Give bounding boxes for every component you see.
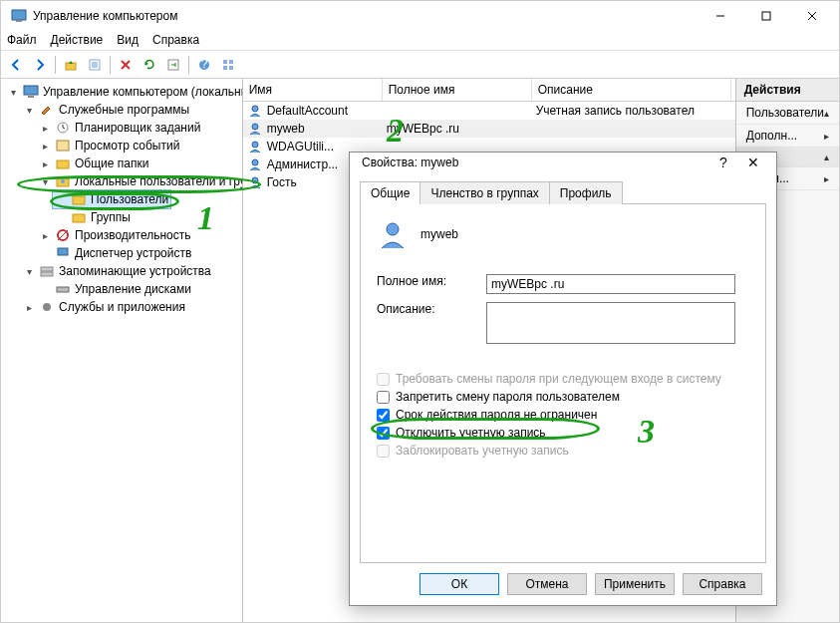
export-button[interactable]: [162, 54, 184, 76]
ok-button[interactable]: ОК: [420, 573, 499, 595]
up-folder-button[interactable]: [60, 54, 82, 76]
arrow-right-icon: ▸: [824, 173, 829, 184]
list-row[interactable]: DefaultAccount Учетная запись пользовате…: [243, 102, 735, 120]
col-fullname[interactable]: Полное имя: [383, 79, 532, 101]
tree-label: Запоминающие устройства: [59, 264, 211, 278]
svg-rect-16: [223, 60, 227, 64]
cell-name: myweb: [267, 122, 305, 136]
help-button[interactable]: Справка: [683, 573, 762, 595]
tab-general[interactable]: Общие: [360, 181, 420, 204]
properties-button[interactable]: [84, 54, 106, 76]
services-icon: [39, 299, 55, 315]
fullname-label: Полное имя:: [377, 274, 486, 288]
svg-text:?: ?: [201, 58, 208, 71]
expand-icon[interactable]: ▸: [39, 141, 51, 152]
toolbar: ?: [1, 51, 839, 79]
cancel-button[interactable]: Отмена: [507, 573, 587, 595]
list-header: Имя Полное имя Описание: [243, 79, 735, 102]
tree-label: Управление дисками: [75, 282, 191, 296]
expand-icon[interactable]: ▾: [7, 87, 19, 98]
tab-profile[interactable]: Профиль: [549, 181, 623, 204]
fullname-row: Полное имя:: [377, 274, 749, 294]
svg-point-38: [252, 142, 258, 148]
action-users[interactable]: Пользователи▴: [736, 102, 839, 125]
delete-button[interactable]: [115, 54, 137, 76]
checkbox-input[interactable]: [377, 409, 390, 422]
description-label: Описание:: [377, 302, 486, 316]
tree-performance[interactable]: ▸Производительность: [37, 226, 192, 244]
description-input[interactable]: [486, 302, 735, 344]
tree-root[interactable]: ▾ Управление компьютером (локальным): [5, 83, 243, 101]
svg-point-37: [252, 124, 258, 130]
tree-label: Общие папки: [75, 156, 148, 170]
svg-rect-32: [41, 267, 53, 271]
dialog-help-button[interactable]: ?: [708, 155, 738, 170]
close-button[interactable]: [789, 1, 835, 31]
app-icon: [11, 8, 27, 24]
svg-rect-20: [24, 86, 38, 95]
tree-event-viewer[interactable]: ▸Просмотр событий: [37, 137, 181, 155]
expand-icon[interactable]: ▾: [23, 266, 35, 277]
tree-pane: ▾ Управление компьютером (локальным) ▾ С…: [1, 79, 243, 622]
svg-rect-33: [41, 272, 53, 276]
checkbox-input[interactable]: [377, 427, 390, 440]
tab-membership[interactable]: Членство в группах: [420, 181, 549, 204]
maximize-button[interactable]: [743, 1, 789, 31]
checkbox-input: [377, 373, 390, 386]
col-description[interactable]: Описание: [532, 79, 731, 101]
cannot-change-password-checkbox[interactable]: Запретить смену пароля пользователем: [377, 390, 749, 404]
expand-icon[interactable]: ▾: [23, 105, 35, 116]
tree-groups[interactable]: ▸Группы: [53, 208, 133, 226]
tree-local-users-groups[interactable]: ▾Локальные пользователи и группы: [37, 172, 243, 190]
svg-point-39: [252, 159, 258, 165]
view-button[interactable]: [217, 54, 239, 76]
event-icon: [55, 138, 71, 154]
back-button[interactable]: [5, 54, 27, 76]
menu-action[interactable]: Действие: [51, 33, 104, 48]
tree-services-apps[interactable]: ▸Службы и приложения: [21, 298, 187, 316]
menu-help[interactable]: Справка: [152, 33, 199, 48]
dialog-close-button[interactable]: ✕: [738, 155, 768, 170]
tree-disk-management[interactable]: ▸Управление дисками: [37, 280, 193, 298]
menu-file[interactable]: Файл: [7, 33, 37, 48]
dialog-title: Свойства: myweb: [362, 156, 708, 169]
expand-icon[interactable]: ▸: [39, 158, 51, 169]
svg-point-41: [387, 223, 399, 235]
forward-button[interactable]: [29, 54, 51, 76]
account-disabled-checkbox[interactable]: Отключить учетную запись: [377, 426, 749, 440]
tree-task-scheduler[interactable]: ▸Планировщик заданий: [37, 119, 202, 137]
users-folder-icon: [55, 173, 71, 189]
expand-icon[interactable]: ▸: [39, 123, 51, 134]
menu-view[interactable]: Вид: [117, 33, 139, 48]
account-locked-checkbox: Заблокировать учетную запись: [377, 444, 749, 458]
svg-rect-24: [57, 160, 69, 168]
tree-storage[interactable]: ▾Запоминающие устройства: [21, 262, 213, 280]
svg-rect-17: [229, 60, 233, 64]
expand-icon[interactable]: ▾: [39, 176, 51, 187]
svg-rect-23: [57, 141, 69, 151]
refresh-button[interactable]: [139, 54, 160, 76]
tree-users[interactable]: ▸Пользователи: [53, 190, 170, 208]
arrow-right-icon: ▸: [824, 131, 829, 142]
list-row[interactable]: myweb myWEBpc .ru: [243, 120, 735, 138]
action-more[interactable]: Дополн...▸: [736, 125, 839, 148]
dialog-body: Общие Членство в группах Профиль myweb П…: [350, 172, 776, 563]
checkbox-input[interactable]: [377, 391, 390, 404]
tree-shared-folders[interactable]: ▸Общие папки: [37, 155, 150, 172]
actions-header: Действия: [736, 79, 839, 102]
password-never-expires-checkbox[interactable]: Срок действия пароля не ограничен: [377, 408, 749, 422]
help-button[interactable]: ?: [193, 54, 215, 76]
tree-device-manager[interactable]: ▸Диспетчер устройств: [37, 244, 193, 262]
col-name[interactable]: Имя: [243, 79, 383, 101]
menubar: Файл Действие Вид Справка: [1, 31, 839, 51]
expand-icon[interactable]: ▸: [39, 230, 51, 241]
minimize-button[interactable]: [698, 1, 743, 31]
fullname-input[interactable]: [486, 274, 735, 294]
expand-icon[interactable]: ▸: [23, 302, 35, 313]
tree-label: Группы: [91, 210, 131, 224]
username-label: myweb: [420, 227, 458, 241]
tree-label: Производительность: [75, 228, 190, 242]
tree-system-tools[interactable]: ▾ Служебные программы: [21, 101, 191, 119]
dialog-tabs: Общие Членство в группах Профиль: [360, 180, 766, 204]
apply-button[interactable]: Применить: [595, 573, 675, 595]
